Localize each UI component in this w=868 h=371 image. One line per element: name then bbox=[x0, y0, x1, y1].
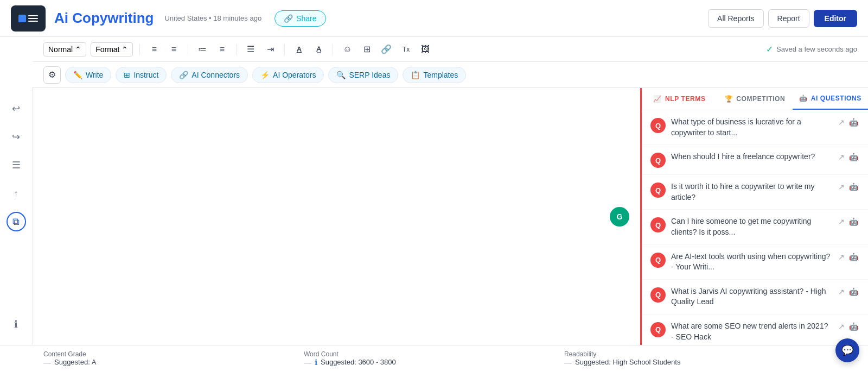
question-actions: ↗🤖 bbox=[837, 321, 859, 332]
question-text: What is Jarvis AI copywriting assistant?… bbox=[671, 286, 832, 307]
ai-questions-icon: 🤖 bbox=[799, 95, 808, 102]
saved-checkmark: ✓ bbox=[766, 44, 773, 54]
image-icon[interactable]: 🖼 bbox=[418, 42, 433, 57]
question-link-button[interactable]: ↗ bbox=[837, 181, 846, 192]
question-add-button[interactable]: 🤖 bbox=[848, 251, 859, 262]
copy-button[interactable]: ⧉ bbox=[7, 212, 26, 231]
question-item[interactable]: QWhat type of business is lucrative for … bbox=[642, 110, 868, 145]
align-left-icon[interactable]: ≡ bbox=[146, 42, 162, 57]
text-color-icon[interactable]: A bbox=[291, 42, 307, 57]
separator-4 bbox=[284, 44, 285, 55]
tab-nlp-terms[interactable]: 📈 NLP TERMS bbox=[642, 88, 717, 110]
format-select[interactable]: Format ⌃ bbox=[91, 42, 133, 56]
question-item[interactable]: QWhat is Jarvis AI copywriting assistant… bbox=[642, 280, 868, 315]
report-button[interactable]: Report bbox=[768, 9, 809, 28]
right-panel-tabs: 📈 NLP TERMS 🏆 COMPETITION 🤖 AI QUESTIONS bbox=[642, 88, 868, 110]
normal-select[interactable]: Normal ⌃ bbox=[43, 42, 86, 56]
question-link-button[interactable]: ↗ bbox=[837, 251, 846, 262]
grammarly-button[interactable]: G bbox=[610, 207, 629, 227]
question-text: What are some SEO new trend alerts in 20… bbox=[671, 321, 832, 342]
content-grade-stat: Content Grade — Suggested: A bbox=[43, 350, 304, 367]
undo-button[interactable]: ↩ bbox=[7, 99, 26, 118]
logo-lines bbox=[28, 15, 38, 22]
question-item[interactable]: QWhen should I hire a freelance copywrit… bbox=[642, 145, 868, 175]
question-item[interactable]: QIs it worth it to hire a copywriter to … bbox=[642, 175, 868, 210]
normal-label: Normal bbox=[48, 45, 73, 54]
all-reports-button[interactable]: All Reports bbox=[708, 9, 763, 28]
write-button[interactable]: ✏️ Write bbox=[65, 67, 111, 83]
question-add-button[interactable]: 🤖 bbox=[848, 152, 859, 162]
question-icon: Q bbox=[650, 183, 666, 198]
unordered-list-icon[interactable]: ≡ bbox=[214, 42, 229, 57]
question-link-button[interactable]: ↗ bbox=[837, 286, 846, 297]
text-highlight-icon[interactable]: A̲ bbox=[311, 42, 326, 57]
settings-button[interactable]: ⚙ bbox=[43, 66, 61, 84]
question-link-button[interactable]: ↗ bbox=[837, 216, 846, 227]
question-add-button[interactable]: 🤖 bbox=[848, 286, 859, 297]
main-layout: ↩ ↪ ☰ ↑ ⧉ ℹ G 📈 NLP TERMS 🏆 COMPETITION … bbox=[0, 88, 868, 345]
word-count-value: — ℹ Suggested: 3600 - 3800 bbox=[304, 358, 564, 367]
align-center-icon[interactable]: ≡ bbox=[166, 42, 181, 57]
templates-button[interactable]: 📋 Templates bbox=[403, 67, 466, 83]
word-count-stat: Word Count — ℹ Suggested: 3600 - 3800 bbox=[304, 350, 564, 367]
toolbar: Normal ⌃ Format ⌃ ≡ ≡ ≔ ≡ ☰ ⇥ A A̲ ☺ ⊞ 🔗… bbox=[33, 37, 868, 62]
ordered-list-icon[interactable]: ≔ bbox=[195, 42, 210, 57]
question-actions: ↗🤖 bbox=[837, 152, 859, 162]
question-add-button[interactable]: 🤖 bbox=[848, 117, 859, 128]
question-add-button[interactable]: 🤖 bbox=[848, 181, 859, 192]
link-icon[interactable]: 🔗 bbox=[379, 42, 394, 57]
table-icon[interactable]: ⊞ bbox=[359, 42, 374, 57]
question-item[interactable]: QAre AI-text tools worth using when copy… bbox=[642, 245, 868, 280]
word-count-info[interactable]: ℹ bbox=[315, 358, 317, 367]
question-actions: ↗🤖 bbox=[837, 286, 859, 297]
nlp-icon: 📈 bbox=[653, 95, 662, 103]
instruct-button[interactable]: ⊞ Instruct bbox=[116, 67, 167, 83]
serp-icon: 🔍 bbox=[336, 71, 346, 79]
question-icon: Q bbox=[650, 322, 666, 337]
info-sidebar-button[interactable]: ℹ bbox=[7, 315, 26, 334]
share-sidebar-button[interactable]: ↑ bbox=[7, 184, 26, 203]
editor-button[interactable]: Editor bbox=[814, 10, 857, 27]
question-link-button[interactable]: ↗ bbox=[837, 152, 846, 162]
list-view-button[interactable]: ☰ bbox=[7, 155, 26, 175]
question-item[interactable]: QWhat are some SEO new trend alerts in 2… bbox=[642, 315, 868, 345]
logo-square bbox=[18, 15, 26, 22]
tab-ai-questions[interactable]: 🤖 AI QUESTIONS bbox=[793, 88, 868, 110]
share-label: Share bbox=[296, 14, 316, 23]
bottom-bar: Content Grade — Suggested: A Word Count … bbox=[0, 345, 868, 371]
editor-area[interactable]: G bbox=[33, 88, 640, 345]
question-actions: ↗🤖 bbox=[837, 181, 859, 192]
question-add-button[interactable]: 🤖 bbox=[848, 216, 859, 227]
separator-3 bbox=[236, 44, 237, 55]
connectors-label: AI Connectors bbox=[192, 71, 240, 79]
serp-label: SERP Ideas bbox=[349, 71, 390, 79]
redo-button[interactable]: ↪ bbox=[7, 127, 26, 147]
write-label: Write bbox=[86, 71, 103, 79]
readability-suggested: Suggested: High School Students bbox=[575, 358, 680, 366]
comp-icon: 🏆 bbox=[725, 95, 733, 103]
question-link-button[interactable]: ↗ bbox=[837, 321, 846, 332]
justify-icon[interactable]: ☰ bbox=[243, 42, 258, 57]
content-grade-value: — Suggested: A bbox=[43, 358, 304, 367]
question-icon: Q bbox=[650, 153, 666, 168]
indent-icon[interactable]: ⇥ bbox=[263, 42, 278, 57]
questions-list: QWhat type of business is lucrative for … bbox=[642, 110, 868, 345]
question-link-button[interactable]: ↗ bbox=[837, 117, 846, 128]
connectors-button[interactable]: 🔗 AI Connectors bbox=[171, 67, 248, 83]
share-button[interactable]: 🔗 Share bbox=[275, 10, 326, 27]
question-add-button[interactable]: 🤖 bbox=[848, 321, 859, 332]
separator-5 bbox=[333, 44, 333, 55]
comp-label: COMPETITION bbox=[736, 95, 785, 103]
emoji-icon[interactable]: ☺ bbox=[340, 42, 355, 57]
separator-1 bbox=[139, 44, 140, 55]
clear-format-icon[interactable]: Tx bbox=[398, 42, 413, 57]
question-text: Is it worth it to hire a copywriter to w… bbox=[671, 181, 832, 203]
question-item[interactable]: QCan I hire someone to get me copywritin… bbox=[642, 210, 868, 244]
header: Ai Copywriting United States • 18 minute… bbox=[0, 0, 868, 37]
word-count-label: Word Count bbox=[304, 350, 564, 358]
tab-competition[interactable]: 🏆 COMPETITION bbox=[717, 88, 793, 110]
chat-bubble-button[interactable]: 💬 bbox=[835, 338, 859, 362]
operators-button[interactable]: ⚡ AI Operators bbox=[252, 67, 324, 83]
write-icon: ✏️ bbox=[73, 71, 82, 79]
serp-button[interactable]: 🔍 SERP Ideas bbox=[328, 67, 398, 83]
